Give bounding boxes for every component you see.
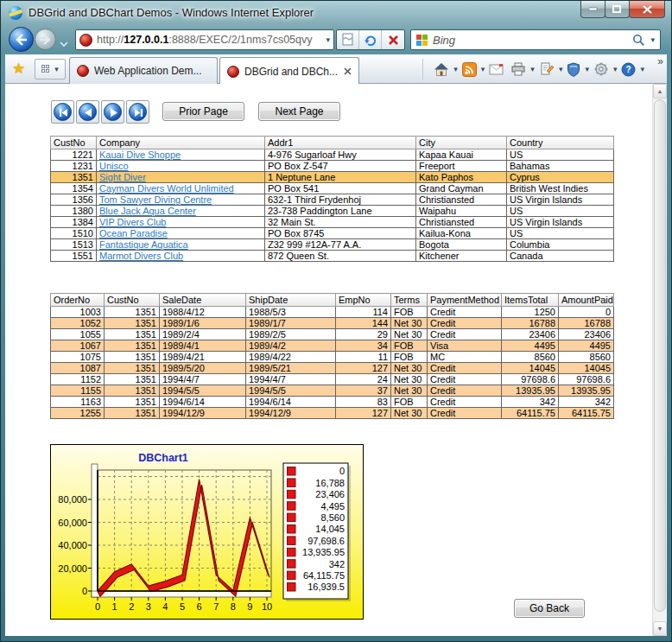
read-mail-button[interactable] [487, 60, 506, 79]
column-header[interactable]: SaleDate [160, 294, 246, 307]
scroll-down-button[interactable]: ▼ [653, 621, 667, 636]
cell: 1351 [105, 340, 160, 352]
minimize-button[interactable] [580, 1, 605, 18]
column-header[interactable]: PaymentMethod [428, 294, 502, 307]
cell: 1989/5/20 [160, 363, 246, 374]
tab-close-button[interactable] [344, 66, 352, 78]
tab-web-application-demos[interactable]: Web Application Dem... [69, 57, 218, 84]
close-button[interactable] [629, 1, 665, 18]
customers-grid: CustNoCompanyAddr1CityCountry1221Kauai D… [50, 136, 614, 262]
column-header[interactable]: OrderNo [51, 294, 105, 307]
browser-window: DBGrid and DBChart Demos - Windows Inter… [0, 0, 672, 642]
feeds-dropdown-icon[interactable]: ▾ [481, 66, 485, 73]
back-button[interactable] [9, 27, 34, 52]
table-row: 1231UniscoPO Box Z-547FreeportBahamas [51, 161, 614, 172]
company-link[interactable]: Unisco [99, 161, 129, 171]
search-box[interactable]: Bing ▾ [410, 29, 661, 50]
cell: 1351 [105, 408, 160, 419]
column-header[interactable]: CustNo [105, 294, 160, 307]
quick-tabs-dropdown-icon[interactable]: ▾ [54, 66, 59, 73]
company-link[interactable]: Kauai Dive Shoppe [99, 149, 181, 160]
help-dropdown-icon[interactable]: ▾ [640, 66, 644, 73]
first-record-button[interactable] [51, 100, 74, 124]
url-text[interactable]: http://127.0.0.1:8888/EXEC/2/1nms7cs05qv… [97, 34, 321, 46]
cell: Cyprus [507, 172, 614, 183]
column-header[interactable]: Addr1 [265, 137, 416, 149]
safety-dropdown-icon[interactable]: ▾ [585, 66, 589, 73]
forward-button[interactable] [35, 29, 56, 50]
tab-dbgrid-dbchart[interactable]: DBGrid and DBCh... [219, 57, 359, 85]
search-options-dropdown-icon[interactable]: ▾ [650, 36, 655, 44]
table-row: 100313511988/4/121988/5/3114FOBCredit125… [51, 307, 614, 318]
cell: 1354 [51, 183, 97, 194]
go-back-button[interactable]: Go Back [514, 599, 585, 618]
column-header[interactable]: ShipDate [246, 294, 336, 307]
company-link[interactable]: Sight Diver [99, 172, 146, 182]
company-link[interactable]: Blue Jack Aqua Center [99, 206, 196, 216]
compatibility-view-icon [341, 33, 354, 47]
vertical-scrollbar[interactable]: ▲ ▼ [652, 84, 667, 636]
cell: 1351 [105, 307, 160, 318]
company-link[interactable]: Fantastique Aquatica [99, 239, 188, 250]
column-header[interactable]: AmountPaid [559, 294, 614, 307]
page-dropdown-icon[interactable]: ▾ [559, 66, 563, 73]
print-button[interactable] [509, 60, 528, 79]
favorites-star-icon[interactable]: ★ [12, 60, 25, 78]
safety-button[interactable] [565, 60, 582, 79]
home-button[interactable] [432, 60, 451, 79]
tab-favicon [227, 66, 239, 78]
compatibility-view-button[interactable] [337, 30, 359, 49]
cell: US [507, 206, 614, 217]
recent-pages-dropdown[interactable] [60, 35, 68, 51]
company-link[interactable]: Ocean Paradise [99, 228, 168, 238]
column-header[interactable]: Company [97, 137, 265, 149]
cell: Kapaa Kauai [416, 149, 507, 161]
cell: Sight Diver [97, 172, 265, 183]
tools-dropdown-icon[interactable]: ▾ [613, 66, 618, 73]
quick-tabs-button[interactable]: ▾ [35, 59, 66, 79]
prior-record-button[interactable] [76, 100, 99, 124]
company-link[interactable]: Cayman Divers World Unlimited [99, 183, 234, 194]
maximize-button[interactable] [605, 1, 630, 18]
next-page-button[interactable]: Next Page [258, 102, 340, 121]
cell: 1551 [51, 251, 97, 262]
refresh-button[interactable] [359, 30, 382, 49]
column-header[interactable]: CustNo [51, 137, 97, 149]
toolbar-overflow-chevron[interactable]: » [657, 55, 663, 67]
search-icon[interactable] [632, 34, 645, 47]
column-header[interactable]: ItemsTotal [502, 294, 559, 307]
print-dropdown-icon[interactable]: ▾ [530, 66, 535, 73]
prior-page-button[interactable]: Prior Page [162, 102, 244, 121]
column-header[interactable]: Terms [391, 294, 428, 307]
company-link[interactable]: Marmot Divers Club [99, 251, 183, 261]
cell: Net 30 [391, 363, 428, 374]
column-header[interactable]: City [416, 137, 507, 149]
company-link[interactable]: VIP Divers Club [99, 217, 166, 227]
last-record-icon [129, 103, 147, 121]
home-dropdown-icon[interactable]: ▾ [453, 66, 458, 73]
legend-value: 13,935.95 [302, 547, 345, 557]
cell: 1994/4/7 [160, 374, 246, 385]
next-record-button[interactable] [101, 100, 124, 124]
page-button[interactable] [537, 60, 556, 79]
column-header[interactable]: EmpNo [336, 294, 391, 307]
help-button[interactable]: ? [619, 60, 637, 79]
address-dropdown-icon[interactable]: ▾ [326, 36, 330, 44]
column-header[interactable]: Country [507, 137, 614, 149]
search-input[interactable]: Bing [433, 34, 627, 47]
tools-button[interactable] [592, 60, 611, 79]
cell: PO Box 8745 [265, 228, 416, 239]
address-bar[interactable]: http://127.0.0.1:8888/EXEC/2/1nms7cs05qv… [75, 29, 334, 50]
scrollbar-thumb[interactable] [654, 99, 666, 612]
legend-value: 0 [339, 466, 345, 476]
company-link[interactable]: Tom Sawyer Diving Centre [99, 194, 212, 205]
cell: 1351 [105, 385, 160, 397]
table-row: 108713511989/5/201989/5/21127Net 30Credi… [51, 363, 614, 374]
prior-record-icon [79, 103, 97, 121]
stop-button[interactable] [382, 30, 404, 49]
scroll-up-button[interactable]: ▲ [653, 84, 667, 99]
last-record-button[interactable] [126, 100, 149, 124]
cell: Bahamas [507, 161, 614, 172]
feeds-button[interactable] [460, 60, 479, 79]
header-row: OrderNoCustNoSaleDateShipDateEmpNoTermsP… [51, 294, 614, 307]
